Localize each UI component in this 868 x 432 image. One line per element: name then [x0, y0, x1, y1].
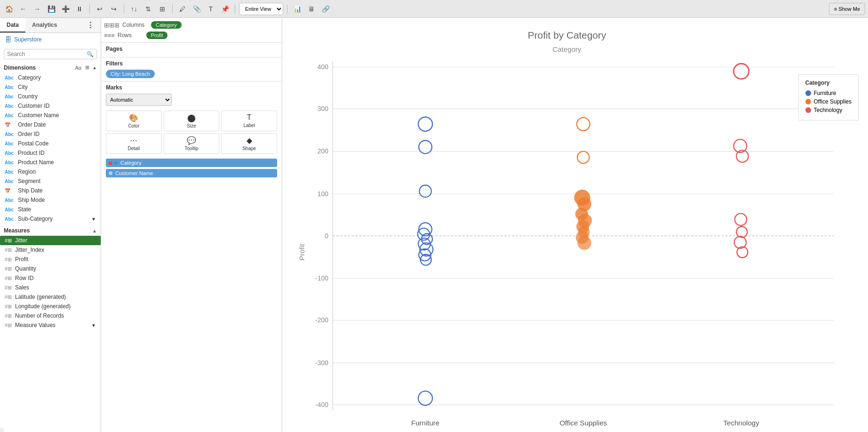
- legend-technology-label: Technology: [814, 107, 843, 113]
- viz-area: Profit by Category Category Profit 400 3…: [282, 18, 868, 432]
- dimensions-icons: Aα ⊞ ▲: [74, 64, 97, 71]
- tech-point-1[interactable]: [733, 64, 749, 79]
- annotation-btn[interactable]: 📎: [191, 3, 203, 15]
- meas-item-sales[interactable]: #⊞Sales: [0, 283, 101, 292]
- x-label-office: Office Supplies: [559, 419, 607, 427]
- legend-office[interactable]: Office Supplies: [805, 98, 852, 105]
- sort-asc-btn[interactable]: ↑↓: [128, 3, 140, 15]
- marks-detail-btn[interactable]: ⋯ Detail: [106, 133, 162, 154]
- x-label-furniture: Furniture: [411, 419, 439, 427]
- forward-btn[interactable]: →: [31, 3, 43, 15]
- pin-btn[interactable]: 📌: [219, 3, 231, 15]
- dim-collapse-btn[interactable]: ▲: [92, 65, 97, 70]
- ytick-m300: -300: [315, 359, 328, 367]
- ytick-m100: -100: [315, 274, 328, 282]
- meas-item-num-records[interactable]: #⊞Number of Records: [0, 311, 101, 320]
- legend-technology[interactable]: Technology: [805, 107, 852, 113]
- columns-pill[interactable]: Category: [151, 21, 182, 29]
- superstore-item[interactable]: 🗄 Superstore: [0, 33, 101, 46]
- legend-furniture[interactable]: Furniture: [805, 90, 852, 96]
- marks-size-btn[interactable]: ⬤ Size: [164, 111, 220, 131]
- dim-item-order-date[interactable]: 📅Order Date: [0, 120, 101, 129]
- legend-furniture-dot: [805, 90, 811, 96]
- dim-item-country[interactable]: AbcCountry: [0, 92, 101, 101]
- show-me-icon: ≡: [834, 6, 837, 12]
- dim-sort-type-btn[interactable]: ⊞: [84, 64, 90, 71]
- sep2: [124, 4, 124, 14]
- tab-expand-btn[interactable]: ⋮: [80, 18, 101, 32]
- filter-city-longbeach[interactable]: City: Long Beach: [106, 70, 155, 78]
- group-btn[interactable]: ⊞: [156, 3, 168, 15]
- columns-shelf: ⊞⊞⊞ Columns Category: [104, 20, 279, 30]
- sort-desc-btn[interactable]: ⇅: [142, 3, 154, 15]
- y-axis-label: Profit: [298, 244, 306, 261]
- marks-color-btn[interactable]: 🎨 Color: [106, 111, 162, 131]
- dim-item-sub-category[interactable]: AbcSub-Category▼: [0, 214, 101, 224]
- meas-item-measure-values[interactable]: #⊞Measure Values▼: [0, 320, 101, 330]
- dim-sort-alpha-btn[interactable]: Aα: [74, 64, 82, 71]
- measures-icons: ▲: [92, 228, 97, 233]
- legend-furniture-label: Furniture: [814, 90, 836, 96]
- tooltip-btn[interactable]: 🖥: [305, 3, 318, 15]
- color-icon: 🎨: [129, 113, 138, 122]
- view-dropdown[interactable]: Entire View: [239, 3, 283, 15]
- text-btn[interactable]: T: [205, 3, 217, 15]
- legend-title: Category: [805, 80, 852, 86]
- meas-item-jitter[interactable]: #⊞Jitter: [0, 236, 101, 245]
- furniture-point-11[interactable]: [418, 391, 432, 405]
- dim-item-customer-id[interactable]: AbcCustomer ID: [0, 101, 101, 111]
- marks-field-category[interactable]: Category: [106, 159, 277, 167]
- search-icon: 🔍: [87, 51, 94, 57]
- meas-item-row-id[interactable]: #⊞Row ID: [0, 273, 101, 283]
- sep1: [89, 4, 90, 14]
- share-btn[interactable]: 🔗: [319, 3, 332, 15]
- marks-label-btn[interactable]: T Label: [221, 111, 277, 131]
- tab-analytics[interactable]: Analytics: [25, 18, 64, 32]
- dim-item-region[interactable]: AbcRegion: [0, 167, 101, 176]
- meas-item-jitter-index[interactable]: #⊞Jitter_Index: [0, 245, 101, 255]
- home-btn[interactable]: 🏠: [3, 3, 15, 15]
- dim-item-product-id[interactable]: AbcProduct ID: [0, 148, 101, 158]
- dim-item-ship-mode[interactable]: AbcShip Mode: [0, 195, 101, 205]
- tab-data[interactable]: Data: [0, 18, 25, 32]
- dim-item-segment[interactable]: AbcSegment: [0, 176, 101, 186]
- dim-item-state[interactable]: AbcState: [0, 205, 101, 214]
- meas-item-latitude[interactable]: #⊞Latitude (generated): [0, 292, 101, 302]
- dim-item-category[interactable]: AbcCategory: [0, 73, 101, 82]
- meas-collapse-btn[interactable]: ▲: [92, 228, 97, 233]
- marks-tooltip-btn[interactable]: 💬 Tooltip: [164, 133, 220, 154]
- show-me-button[interactable]: ≡ Show Me: [829, 3, 865, 15]
- sidebar-scrollbar[interactable]: [0, 428, 4, 432]
- search-input[interactable]: [7, 51, 87, 57]
- ytick-m200: -200: [315, 316, 328, 324]
- meas-item-profit[interactable]: #⊞Profit: [0, 255, 101, 264]
- office-point-1[interactable]: [577, 118, 590, 131]
- customer-dot: [109, 171, 112, 175]
- furniture-point-3[interactable]: [419, 185, 431, 197]
- add-datasource-btn[interactable]: ➕: [59, 3, 72, 15]
- dim-item-ship-date[interactable]: 📅Ship Date: [0, 186, 101, 195]
- dim-item-city[interactable]: AbcCity: [0, 82, 101, 92]
- save-btn[interactable]: 💾: [45, 3, 57, 15]
- marks-type-select[interactable]: Automatic: [106, 94, 172, 106]
- dim-item-customer-name[interactable]: AbcCustomer Name: [0, 111, 101, 120]
- office-point-10[interactable]: [578, 236, 591, 249]
- dim-item-order-id[interactable]: AbcOrder ID: [0, 129, 101, 139]
- meas-item-quantity[interactable]: #⊞Quantity: [0, 264, 101, 273]
- rows-pill[interactable]: Profit: [146, 32, 168, 39]
- tech-point-4[interactable]: [735, 214, 747, 225]
- office-point-2[interactable]: [577, 152, 589, 163]
- pause-btn[interactable]: ⏸: [73, 3, 86, 15]
- highlight-btn[interactable]: 🖊: [176, 3, 189, 15]
- dim-item-postal-code[interactable]: AbcPostal Code: [0, 139, 101, 148]
- undo-btn[interactable]: ↩: [94, 3, 106, 15]
- back-btn[interactable]: ←: [17, 3, 29, 15]
- marks-shape-btn[interactable]: ◆ Shape: [221, 133, 277, 154]
- redo-btn[interactable]: ↪: [108, 3, 120, 15]
- dim-item-product-name[interactable]: AbcProduct Name: [0, 158, 101, 167]
- meas-item-longitude[interactable]: #⊞Longitude (generated): [0, 302, 101, 311]
- furniture-point-1[interactable]: [418, 117, 432, 131]
- fix-axes-btn[interactable]: 📊: [291, 3, 303, 15]
- marks-section: Marks Automatic 🎨 Color ⬤ Size T Label: [101, 81, 282, 432]
- marks-field-customer-name[interactable]: Customer Name: [106, 169, 277, 177]
